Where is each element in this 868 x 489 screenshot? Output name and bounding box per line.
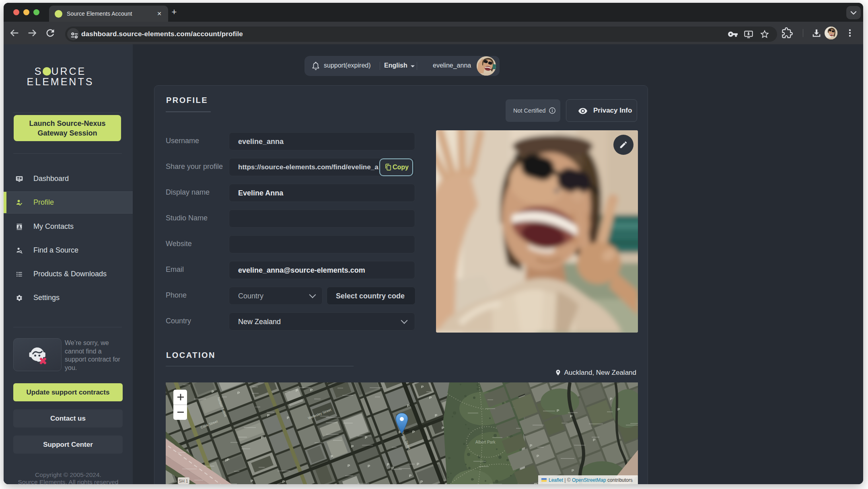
svg-text:P: P xyxy=(572,468,574,473)
svg-text:P: P xyxy=(617,407,620,411)
svg-text:P: P xyxy=(407,403,410,408)
svg-text:P: P xyxy=(442,425,444,430)
svg-text:P: P xyxy=(261,435,264,440)
svg-text:P: P xyxy=(237,390,240,395)
svg-text:P: P xyxy=(287,415,290,420)
svg-text:P: P xyxy=(282,479,285,484)
svg-text:P: P xyxy=(310,388,313,392)
svg-text:P: P xyxy=(387,462,390,466)
svg-text:P: P xyxy=(530,443,533,448)
svg-text:P: P xyxy=(409,473,412,478)
svg-text:P: P xyxy=(593,438,596,442)
svg-text:P: P xyxy=(227,457,230,462)
svg-text:P: P xyxy=(251,479,253,483)
svg-text:P: P xyxy=(228,484,230,484)
svg-text:P: P xyxy=(212,389,214,394)
svg-text:Albert Park: Albert Park xyxy=(475,440,496,444)
svg-text:P: P xyxy=(420,479,423,484)
svg-text:Leaflet | © OpenStreetMap cont: Leaflet | © OpenStreetMap contributors xyxy=(549,477,633,483)
svg-text:P: P xyxy=(537,454,539,458)
svg-text:P: P xyxy=(296,388,298,392)
svg-text:P: P xyxy=(417,462,420,466)
svg-text:P: P xyxy=(368,464,370,468)
svg-text:P: P xyxy=(267,413,270,417)
svg-text:P: P xyxy=(351,444,354,448)
svg-text:P: P xyxy=(570,414,573,418)
svg-text:P: P xyxy=(348,463,350,468)
svg-text:P: P xyxy=(429,395,432,400)
svg-text:P: P xyxy=(534,482,537,484)
svg-text:P: P xyxy=(331,454,333,458)
svg-text:P: P xyxy=(610,397,613,401)
svg-text:P: P xyxy=(435,413,438,417)
svg-text:P: P xyxy=(557,408,559,413)
svg-text:SH 1: SH 1 xyxy=(179,479,188,483)
svg-text:P: P xyxy=(421,384,424,389)
svg-text:P: P xyxy=(412,429,415,434)
